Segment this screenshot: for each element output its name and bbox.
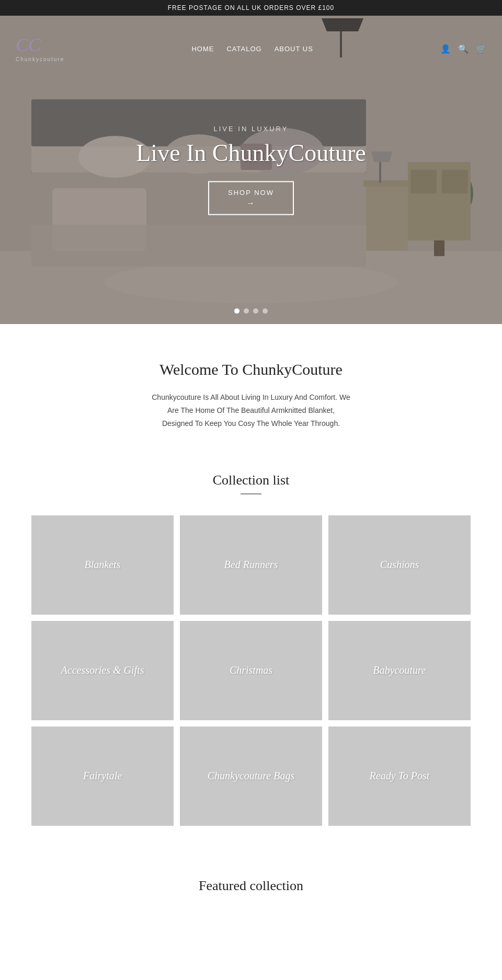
collection-label-cushions: Cushions xyxy=(375,554,424,576)
section-divider xyxy=(241,493,261,494)
collection-label-blankets: Blankets xyxy=(79,554,126,576)
shop-now-arrow: → xyxy=(228,199,274,208)
welcome-title: Welcome To ChunkyCouture xyxy=(63,361,439,378)
nav-catalog[interactable]: CATALOG xyxy=(226,45,261,53)
cart-icon[interactable]: 🛒 xyxy=(476,44,486,54)
collection-item-christmas[interactable]: Christmas xyxy=(180,621,322,720)
collection-title: Collection list xyxy=(31,472,471,488)
welcome-section: Welcome To ChunkyCouture Chunkycouture I… xyxy=(0,324,502,462)
collection-grid: Blankets Bed Runners Cushions Accessorie… xyxy=(31,515,471,826)
nav-home[interactable]: HOME xyxy=(191,45,214,53)
collection-item-bed-runners[interactable]: Bed Runners xyxy=(180,515,322,615)
collection-label-fairytale: Fairytale xyxy=(78,765,127,787)
logo: CC Chunkycouture xyxy=(16,36,64,62)
hero-title: Live In ChunkyCouture xyxy=(94,139,408,167)
collection-item-bags[interactable]: Chunkycouture Bags xyxy=(180,727,322,826)
collection-label-accessories: Accessories & Gifts xyxy=(56,659,150,682)
banner-text: FREE POSTAGE ON ALL UK ORDERS OVER £100 xyxy=(168,4,334,11)
top-banner: FREE POSTAGE ON ALL UK ORDERS OVER £100 xyxy=(0,0,502,16)
collection-label-ready-to-post: Ready To Post xyxy=(364,765,435,787)
collection-item-blankets[interactable]: Blankets xyxy=(31,515,174,615)
featured-section: Featured collection xyxy=(0,857,502,904)
nav-about[interactable]: ABOUT US xyxy=(275,45,313,53)
logo-subtitle: Chunkycouture xyxy=(16,56,64,62)
collection-item-fairytale[interactable]: Fairytale xyxy=(31,727,174,826)
collection-item-cushions[interactable]: Cushions xyxy=(328,515,471,615)
collection-item-ready-to-post[interactable]: Ready To Post xyxy=(328,727,471,826)
collection-label-christmas: Christmas xyxy=(224,659,278,682)
collection-section: Collection list Blankets Bed Runners Cus… xyxy=(0,462,502,857)
welcome-text: Chunkycouture Is All About Living In Lux… xyxy=(152,391,350,431)
logo-text: CC xyxy=(16,36,64,54)
carousel-dot-4[interactable] xyxy=(263,308,268,314)
collection-item-babycouture[interactable]: Babycouture xyxy=(328,621,471,720)
search-icon[interactable]: 🔍 xyxy=(458,44,469,54)
collection-label-bed-runners: Bed Runners xyxy=(219,554,283,576)
nav-icons: 👤 🔍 🛒 xyxy=(440,44,486,54)
carousel-dots xyxy=(234,308,268,314)
hero-subtitle: LIVE IN LUXURY xyxy=(94,125,408,133)
main-nav: HOME CATALOG ABOUT US xyxy=(191,45,313,53)
account-icon[interactable]: 👤 xyxy=(440,44,451,54)
carousel-dot-3[interactable] xyxy=(253,308,258,314)
carousel-dot-2[interactable] xyxy=(244,308,249,314)
shop-now-label: SHOP NOW xyxy=(228,189,274,197)
featured-title: Featured collection xyxy=(31,878,471,894)
collection-item-accessories[interactable]: Accessories & Gifts xyxy=(31,621,174,720)
shop-now-button[interactable]: SHOP NOW → xyxy=(208,181,294,215)
collection-label-bags: Chunkycouture Bags xyxy=(202,765,300,787)
hero-section: CC Chunkycouture HOME CATALOG ABOUT US 👤… xyxy=(0,16,502,324)
carousel-dot-1[interactable] xyxy=(234,308,239,314)
header: CC Chunkycouture HOME CATALOG ABOUT US 👤… xyxy=(0,30,502,67)
collection-label-babycouture: Babycouture xyxy=(368,659,431,682)
hero-content: LIVE IN LUXURY Live In ChunkyCouture SHO… xyxy=(94,125,408,215)
